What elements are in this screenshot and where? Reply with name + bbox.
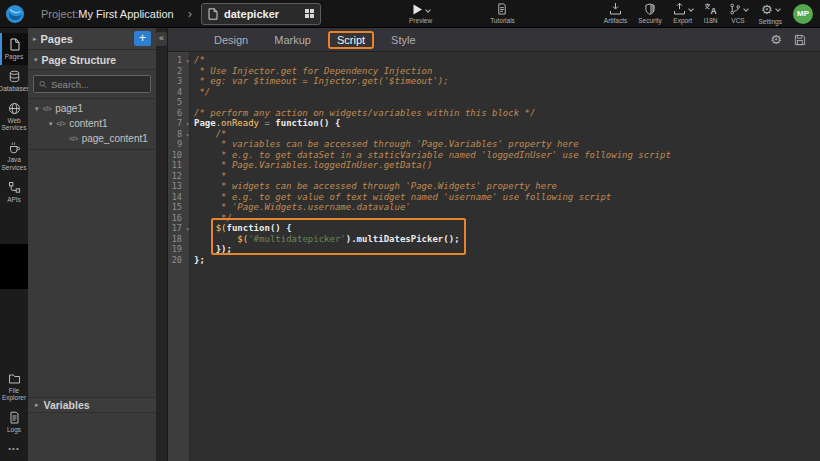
line-number: 4: [168, 87, 189, 98]
panel-collapse-strip: «: [156, 28, 168, 461]
code-line[interactable]: * Use Injector.get for Dependency Inject…: [190, 66, 820, 77]
editor-tab-bar: Design Markup Script Style ⚙: [168, 28, 820, 52]
search-icon: [39, 80, 47, 89]
security-button[interactable]: Security: [638, 3, 661, 24]
variables-section-header[interactable]: ▸ Variables: [28, 397, 156, 413]
variables-title: Variables: [44, 399, 90, 411]
collapse-arrow-icon: ▸: [35, 401, 39, 409]
topbar-right-actions: Artifacts Security Export A: [604, 3, 820, 25]
code-line[interactable]: /*: [190, 129, 820, 140]
sidebar-item-java-services[interactable]: Java Services: [0, 136, 28, 176]
vcs-branch-icon: [729, 3, 741, 15]
search-box[interactable]: [33, 75, 151, 93]
pages-panel-header[interactable]: ▸ Pages +: [28, 28, 156, 50]
line-number: 5: [168, 97, 189, 108]
settings-button[interactable]: ⚙ Settings: [759, 3, 783, 25]
line-number[interactable]: 1▾: [168, 55, 189, 66]
line-number: 16: [168, 213, 189, 224]
code-line[interactable]: *: [190, 171, 820, 182]
page-tab-label: datepicker: [224, 8, 299, 20]
settings-gear-icon: ⚙: [761, 3, 773, 16]
code-line[interactable]: * Page.Variables.loggedInUser.getData(): [190, 160, 820, 171]
project-label: Project:: [41, 8, 78, 20]
tab-design[interactable]: Design: [214, 34, 248, 46]
tutorials-button[interactable]: Tutorials: [490, 3, 515, 24]
code-line[interactable]: * e.g. to get value of text widget named…: [190, 192, 820, 203]
save-icon[interactable]: [794, 34, 806, 46]
tree-node-content1[interactable]: ▾ </> content1: [28, 116, 156, 131]
page-structure-header[interactable]: ▾ Page Structure: [28, 50, 156, 70]
pages-icon: [8, 38, 21, 51]
export-button[interactable]: Export: [673, 3, 693, 24]
sidebar-item-apis[interactable]: APIs: [0, 176, 28, 208]
page-tab-datepicker[interactable]: datepicker: [201, 3, 321, 25]
line-number: 19: [168, 244, 189, 255]
code-line[interactable]: /*: [190, 55, 820, 66]
editor-settings-gear-icon[interactable]: ⚙: [770, 33, 782, 46]
expand-arrow-icon: ▾: [49, 120, 53, 128]
page-switcher-grid-icon[interactable]: [305, 9, 314, 18]
search-input[interactable]: [51, 79, 145, 90]
tree-node-page1[interactable]: ▾ </> page1: [28, 101, 156, 116]
line-number: 18: [168, 234, 189, 245]
editor-area: Design Markup Script Style ⚙ 1▾234567▾8▾…: [168, 28, 820, 461]
code-line[interactable]: * e.g. to get dataSet in a staticVariabl…: [190, 150, 820, 161]
preview-button[interactable]: Preview: [409, 4, 432, 24]
more-options-button[interactable]: •••: [8, 438, 19, 461]
sidebar-item-file-explorer[interactable]: File Explorer: [0, 367, 28, 407]
code-line[interactable]: });: [190, 244, 820, 255]
code-line[interactable]: Page.onReady = function() {: [190, 118, 820, 129]
code-line[interactable]: };: [190, 255, 820, 266]
chevron-down-icon: [775, 6, 781, 12]
page-structure-title: Page Structure: [42, 54, 117, 66]
api-icon: [8, 181, 21, 194]
user-avatar[interactable]: MP: [793, 4, 813, 24]
line-number: 2: [168, 66, 189, 77]
expand-arrow-icon: ▾: [35, 105, 39, 113]
vcs-button[interactable]: VCS: [729, 3, 748, 24]
wavemaker-logo-icon[interactable]: [5, 4, 25, 24]
code-line[interactable]: $(function() {: [190, 223, 820, 234]
line-number: 20: [168, 255, 189, 266]
sidebar-item-pages[interactable]: Pages: [0, 33, 28, 65]
widget-code-icon: </>: [43, 105, 52, 112]
search-container: [28, 70, 156, 99]
code-editor[interactable]: 1▾234567▾8▾91011121314151617▾181920 /* *…: [168, 52, 820, 461]
artifacts-button[interactable]: Artifacts: [604, 3, 627, 24]
code-line[interactable]: /* perform any action on widgets/variabl…: [190, 108, 820, 119]
code-line[interactable]: $('#multidatepicker').multiDatesPicker()…: [190, 234, 820, 245]
file-icon: [208, 8, 218, 20]
tab-script[interactable]: Script: [328, 31, 374, 49]
code-line[interactable]: */: [190, 213, 820, 224]
sidebar-item-databases[interactable]: Databases: [0, 65, 28, 97]
code-line[interactable]: * widgets can be accessed through 'Page.…: [190, 181, 820, 192]
tree-node-page-content1[interactable]: </> page_content1: [28, 131, 156, 146]
line-number: 6: [168, 108, 189, 119]
tutorials-book-icon: [496, 3, 508, 15]
tree-node-label: page_content1: [82, 133, 148, 144]
sidebar-item-web-services[interactable]: Web Services: [0, 97, 28, 137]
code-line[interactable]: * variables can be accessed through 'Pag…: [190, 139, 820, 150]
line-number: 13: [168, 181, 189, 192]
i18n-button[interactable]: A I18N: [704, 3, 718, 24]
line-number: 10: [168, 150, 189, 161]
logs-icon: [8, 411, 21, 424]
code-line[interactable]: * 'Page.Widgets.username.datavalue': [190, 202, 820, 213]
sidebar-item-logs[interactable]: Logs: [0, 406, 28, 438]
code-line[interactable]: * eg: var $timeout = Injector.get('$time…: [190, 76, 820, 87]
line-number[interactable]: 8▾: [168, 129, 189, 140]
line-number: 9: [168, 139, 189, 150]
line-number[interactable]: 7▾: [168, 118, 189, 129]
code-line[interactable]: [190, 97, 820, 108]
panel-collapse-button[interactable]: «: [156, 32, 167, 46]
gutter: 1▾234567▾8▾91011121314151617▾181920: [168, 52, 190, 461]
code-line[interactable]: */: [190, 87, 820, 98]
line-number[interactable]: 17▾: [168, 223, 189, 234]
sidebar-divider: [0, 244, 28, 289]
tab-markup[interactable]: Markup: [274, 34, 311, 46]
line-number: 12: [168, 171, 189, 182]
add-page-button[interactable]: +: [134, 31, 151, 46]
tab-style[interactable]: Style: [391, 34, 415, 46]
folder-icon: [8, 372, 21, 385]
i18n-translate-icon: A: [704, 3, 717, 15]
